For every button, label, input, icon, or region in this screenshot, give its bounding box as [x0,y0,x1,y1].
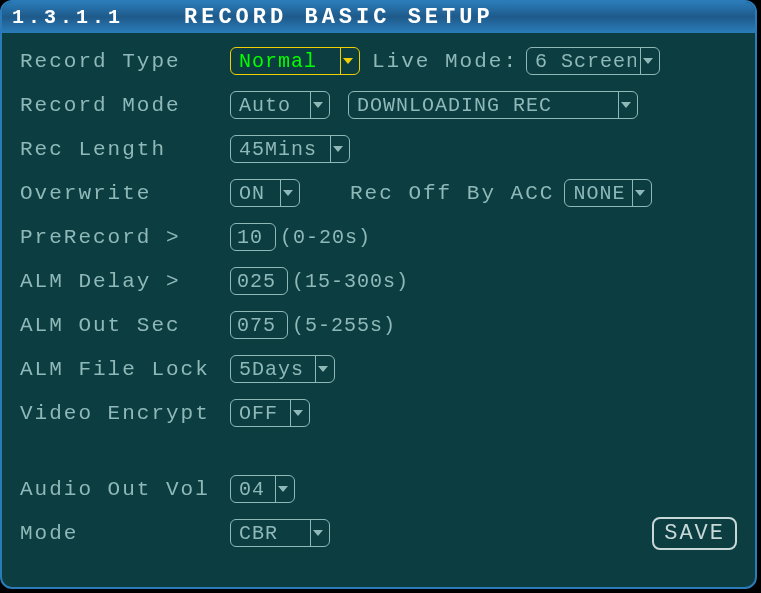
page-title: RECORD BASIC SETUP [184,5,494,30]
alm-delay-input[interactable]: 025 [230,267,288,295]
chevron-down-icon [632,180,647,206]
chevron-down-icon [640,48,655,74]
rec-length-dropdown[interactable]: 45Mins [230,135,350,163]
live-mode-dropdown[interactable]: 6 Screen [526,47,660,75]
mode-dropdown[interactable]: CBR [230,519,330,547]
chevron-down-icon [280,180,295,206]
version-number: 1.3.1.1 [12,6,124,29]
live-mode-label: Live Mode: [372,50,518,73]
overwrite-dropdown[interactable]: ON [230,179,300,207]
chevron-down-icon [275,476,290,502]
titlebar: 1.3.1.1 RECORD BASIC SETUP [2,2,755,33]
rec-off-by-acc-value: NONE [573,182,628,205]
alm-out-sec-hint: (5-255s) [292,314,396,337]
record-type-dropdown[interactable]: Normal [230,47,360,75]
record-type-value: Normal [239,50,336,73]
prerecord-input[interactable]: 10 [230,223,276,251]
rec-off-by-acc-label: Rec Off By ACC [350,182,554,205]
audio-out-vol-value: 04 [239,478,271,501]
chevron-down-icon [340,48,355,74]
prerecord-hint: (0-20s) [280,226,371,249]
chevron-down-icon [310,520,325,546]
alm-delay-label: ALM Delay > [20,270,230,293]
chevron-down-icon [310,92,325,118]
alm-file-lock-label: ALM File Lock [20,358,230,381]
overwrite-value: ON [239,182,276,205]
downloading-value: DOWNLOADING REC [357,94,614,117]
chevron-down-icon [618,92,633,118]
live-mode-value: 6 Screen [535,50,636,73]
content-area: Record Type Normal Live Mode: 6 Screen R… [2,33,755,587]
prerecord-label: PreRecord > [20,226,230,249]
downloading-dropdown[interactable]: DOWNLOADING REC [348,91,638,119]
alm-out-sec-input[interactable]: 075 [230,311,288,339]
record-mode-value: Auto [239,94,306,117]
record-mode-dropdown[interactable]: Auto [230,91,330,119]
chevron-down-icon [315,356,330,382]
chevron-down-icon [290,400,305,426]
record-setup-window: 1.3.1.1 RECORD BASIC SETUP Record Type N… [0,0,757,589]
chevron-down-icon [330,136,345,162]
prerecord-value: 10 [237,226,263,249]
mode-value: CBR [239,522,306,545]
audio-out-vol-label: Audio Out Vol [20,478,230,501]
alm-file-lock-value: 5Days [239,358,311,381]
alm-out-sec-label: ALM Out Sec [20,314,230,337]
alm-delay-value: 025 [237,270,276,293]
video-encrypt-label: Video Encrypt [20,402,230,425]
audio-out-vol-dropdown[interactable]: 04 [230,475,295,503]
video-encrypt-dropdown[interactable]: OFF [230,399,310,427]
alm-delay-hint: (15-300s) [292,270,409,293]
record-mode-label: Record Mode [20,94,230,117]
overwrite-label: Overwrite [20,182,230,205]
alm-file-lock-dropdown[interactable]: 5Days [230,355,335,383]
alm-out-sec-value: 075 [237,314,276,337]
rec-length-value: 45Mins [239,138,326,161]
rec-off-by-acc-dropdown[interactable]: NONE [564,179,652,207]
video-encrypt-value: OFF [239,402,286,425]
rec-length-label: Rec Length [20,138,230,161]
save-button[interactable]: SAVE [652,517,737,550]
record-type-label: Record Type [20,50,230,73]
mode-label: Mode [20,522,230,545]
